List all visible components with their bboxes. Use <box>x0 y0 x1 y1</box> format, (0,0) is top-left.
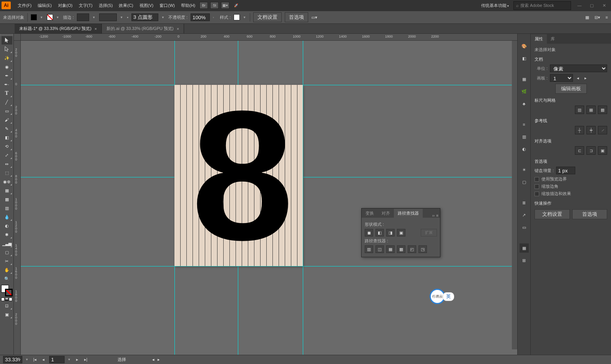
grid-toggle-icon[interactable]: ▦ <box>586 106 596 114</box>
smart-guides-icon[interactable]: ⟋ <box>598 126 607 134</box>
menu-edit[interactable]: 编辑(E) <box>35 1 55 10</box>
status-scroll-left[interactable]: ◂ <box>152 357 154 362</box>
opacity-input[interactable] <box>191 13 210 21</box>
next-artboard-icon[interactable]: ▸ <box>75 357 80 362</box>
lasso-tool[interactable]: ◉ <box>2 63 12 71</box>
symbol-sprayer-tool[interactable]: ✱ <box>2 230 12 239</box>
hand-tool[interactable]: ✋ <box>2 266 12 274</box>
width-tool[interactable]: ⇔ <box>2 160 12 168</box>
divide-icon[interactable]: ▥ <box>365 245 373 253</box>
graphic-style-swatch[interactable] <box>234 14 240 20</box>
canvas-area[interactable]: -1200 -1000 -800 -600 -400 -200 0 200 40… <box>14 34 517 355</box>
artboards-icon[interactable]: ▭ <box>520 223 529 232</box>
ctrl-anchor-icon[interactable]: ⊟▾ <box>594 15 600 20</box>
ruler-vertical[interactable]: 200 0 200 400 600 800 1000 1200 1400 160… <box>14 41 21 355</box>
prefs-button[interactable]: 首选项 <box>285 12 308 22</box>
gpu-icon[interactable]: 🚀 <box>232 2 240 9</box>
snap-point-icon[interactable]: ⊐ <box>586 146 596 155</box>
magic-wand-tool[interactable]: ✨ <box>2 54 12 62</box>
curvature-tool[interactable]: ✒· <box>2 80 12 89</box>
edit-artboard-button[interactable]: 编辑画板 <box>555 84 587 94</box>
maximize-button[interactable]: ▢ <box>586 2 597 9</box>
zoom-input[interactable] <box>3 356 22 363</box>
unite-icon[interactable]: ◼ <box>365 229 373 237</box>
minus-front-icon[interactable]: ◧ <box>375 229 384 237</box>
chk-scale-strokes[interactable] <box>535 192 539 196</box>
gradient-panel-icon[interactable]: ▥ <box>520 132 529 141</box>
first-artboard-icon[interactable]: |◂ <box>32 357 38 362</box>
eyedropper-tool[interactable]: 💧 <box>2 213 12 221</box>
line-tool[interactable]: ╱ <box>2 98 12 106</box>
stock-icon[interactable]: St <box>210 2 219 9</box>
minus-back-icon[interactable]: ◳ <box>418 245 427 253</box>
stroke-vp-dd[interactable] <box>99 13 117 21</box>
menu-view[interactable]: 视图(V) <box>136 1 157 10</box>
search-stock-input[interactable]: ⌕搜索 Adobe Stock <box>513 1 571 10</box>
minimize-button[interactable]: — <box>574 2 585 9</box>
eraser-tool[interactable]: ◧ <box>2 133 12 142</box>
swatches-icon[interactable]: ▦ <box>520 74 529 84</box>
color-panel-icon[interactable]: 🎨 <box>520 41 529 51</box>
arrange-docs-icon[interactable]: ▦▾ <box>221 2 229 9</box>
ruler-toggle-icon[interactable]: ▥ <box>575 106 584 114</box>
draw-mode[interactable]: ⊡ <box>2 301 12 310</box>
opacity-dd[interactable]: › <box>213 16 217 19</box>
artboard[interactable]: 8 <box>174 85 303 266</box>
color-mode-gradient[interactable] <box>5 298 8 301</box>
artboard-tool[interactable]: ▢ <box>2 248 12 256</box>
color-mode-color[interactable] <box>1 298 5 301</box>
graphic-styles-icon[interactable]: ▢ <box>520 177 529 187</box>
slice-tool[interactable]: ✂ <box>2 257 12 265</box>
stroke-weight-dd[interactable]: ▼ <box>92 16 96 19</box>
menu-object[interactable]: 对象(O) <box>55 1 76 10</box>
guides-lock-icon[interactable]: ┿ <box>586 126 596 134</box>
outline-icon[interactable]: ◰ <box>408 245 416 253</box>
symbols-icon[interactable]: ♣ <box>520 99 529 108</box>
paintbrush-tool[interactable]: 🖌 <box>2 116 12 124</box>
tab-transform[interactable]: 变换 <box>362 209 378 218</box>
close-icon[interactable]: × <box>95 26 97 31</box>
tab-pathfinder[interactable]: 路径查找器 <box>394 209 423 218</box>
menu-effect[interactable]: 效果(C) <box>116 1 136 10</box>
close-button[interactable]: ✕ <box>599 2 609 9</box>
shape-builder-tool[interactable]: ◉⊕ <box>2 177 12 186</box>
ctrl-grid-icon[interactable]: ▦ <box>585 15 589 20</box>
next-artboard-icon[interactable]: ▸ <box>583 75 588 81</box>
stroke-weight-input[interactable] <box>77 13 89 21</box>
ruler-horizontal[interactable]: -1200 -1000 -800 -600 -400 -200 0 200 40… <box>21 34 517 41</box>
type-tool[interactable]: T <box>2 89 12 98</box>
asset-export-icon[interactable]: ↗ <box>520 210 529 220</box>
align-menu-icon[interactable]: ▭▾ <box>311 15 317 20</box>
fill-stroke-indicator[interactable] <box>1 285 13 296</box>
brushes-icon[interactable]: 🌿 <box>520 87 529 96</box>
transparency-grid-icon[interactable]: ▩ <box>598 106 607 114</box>
chk-scale-corners[interactable] <box>535 184 539 189</box>
fill-swatch[interactable] <box>31 14 37 20</box>
quick-prefs-button[interactable]: 首选项 <box>572 209 608 219</box>
selection-tool[interactable] <box>2 36 12 45</box>
ruler-origin[interactable] <box>14 34 21 41</box>
zoom-tool[interactable]: 🔍 <box>2 275 12 283</box>
crop-icon[interactable]: ▩ <box>397 245 405 253</box>
perspective-grid-tool[interactable]: ▦ <box>2 186 12 195</box>
trim-icon[interactable]: ◫ <box>375 245 384 253</box>
menu-file[interactable]: 文件(F) <box>15 1 35 10</box>
guide-vertical[interactable] <box>303 41 303 355</box>
merge-icon[interactable]: ▦ <box>386 245 395 253</box>
intersect-icon[interactable]: ◨ <box>386 229 395 237</box>
menu-help[interactable]: 帮助(H) <box>178 1 198 10</box>
stroke-panel-icon[interactable]: ≡ <box>520 120 529 129</box>
pencil-tool[interactable]: ✎ <box>2 124 12 133</box>
keyboard-increment-input[interactable] <box>556 167 575 174</box>
artboard-select[interactable]: 1 <box>550 74 573 82</box>
chk-preview-bounds[interactable] <box>535 177 539 182</box>
fill-dd[interactable]: ▼ <box>40 16 44 19</box>
panel-collapse-icon[interactable]: ›› <box>432 213 435 218</box>
gradient-tool[interactable]: ▥ <box>2 204 12 212</box>
rotate-tool[interactable]: ⟲ <box>2 142 12 151</box>
bridge-icon[interactable]: Br <box>199 2 208 9</box>
stroke-dd[interactable]: ▼ <box>56 16 60 19</box>
close-icon[interactable]: × <box>177 26 179 31</box>
prev-artboard-icon[interactable]: ◂ <box>41 357 46 362</box>
zoom-dd[interactable]: ▼ <box>25 358 29 361</box>
